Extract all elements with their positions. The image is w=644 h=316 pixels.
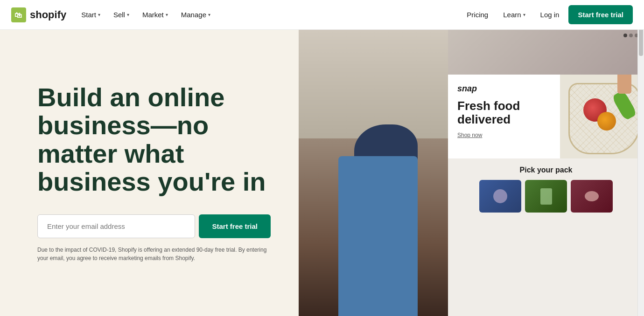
nav-left: 🛍 shopify Start ▾ Sell ▾ Market ▾ Manage… bbox=[11, 7, 216, 22]
nav-start[interactable]: Start ▾ bbox=[76, 7, 106, 22]
pack-dot-2 bbox=[540, 188, 552, 205]
pack-grid bbox=[455, 180, 637, 213]
pack-dot-3 bbox=[585, 191, 599, 201]
hero-disclaimer: Due to the impact of COVID-19, Shopify i… bbox=[37, 246, 271, 262]
apron bbox=[338, 156, 418, 316]
veggie-orange bbox=[597, 112, 616, 131]
dot-2[interactable] bbox=[629, 34, 633, 37]
nav-pricing[interactable]: Pricing bbox=[461, 7, 494, 22]
main-content: Build an online business—no matter what … bbox=[0, 30, 644, 316]
pack-dot-1 bbox=[493, 189, 507, 203]
learn-chevron-icon: ▾ bbox=[523, 12, 525, 17]
nav-market[interactable]: Market ▾ bbox=[137, 7, 174, 22]
nav-start-trial-button[interactable]: Start free trial bbox=[568, 5, 633, 24]
pack-title: Pick your pack bbox=[455, 166, 637, 174]
logo-text: shopify bbox=[30, 9, 66, 21]
email-input[interactable] bbox=[37, 214, 195, 238]
nav-login[interactable]: Log in bbox=[535, 7, 565, 22]
snap-text-area: snap Fresh food delivered Shop now bbox=[448, 75, 560, 158]
hero-section: Build an online business—no matter what … bbox=[0, 30, 299, 316]
logo-link[interactable]: 🛍 shopify bbox=[11, 7, 66, 22]
hero-title: Build an online business—no matter what … bbox=[37, 83, 271, 196]
scrollbar[interactable] bbox=[637, 0, 644, 316]
ecom-overlay: snap Fresh food delivered Shop now bbox=[448, 30, 644, 316]
photo-inner bbox=[299, 30, 457, 316]
shopify-logo-icon: 🛍 bbox=[11, 7, 26, 22]
pack-item-1-inner bbox=[479, 180, 521, 213]
snap-shop-link[interactable]: Shop now bbox=[457, 132, 482, 138]
nav-learn[interactable]: Learn ▾ bbox=[497, 7, 531, 22]
ecom-top-section: snap Fresh food delivered Shop now bbox=[448, 30, 644, 158]
manage-chevron-icon: ▾ bbox=[208, 12, 210, 17]
market-chevron-icon: ▾ bbox=[166, 12, 168, 17]
net-bag bbox=[568, 83, 640, 154]
snap-image-area bbox=[560, 75, 644, 158]
svg-text:🛍: 🛍 bbox=[14, 11, 22, 19]
snap-headline: Fresh food delivered bbox=[457, 99, 551, 126]
sell-chevron-icon: ▾ bbox=[127, 12, 129, 17]
snap-banner: snap Fresh food delivered Shop now bbox=[448, 75, 644, 158]
navigation: 🛍 shopify Start ▾ Sell ▾ Market ▾ Manage… bbox=[0, 0, 644, 30]
hero-photo bbox=[299, 30, 457, 316]
dots-navigation bbox=[623, 34, 638, 37]
pack-item-3-inner bbox=[571, 180, 613, 213]
hero-right: snap Fresh food delivered Shop now bbox=[299, 30, 644, 316]
start-chevron-icon: ▾ bbox=[98, 12, 100, 17]
dot-1[interactable] bbox=[623, 34, 627, 37]
hand-icon bbox=[617, 75, 631, 94]
nav-sell[interactable]: Sell ▾ bbox=[108, 7, 135, 22]
ecom-bottom-section: Pick your pack bbox=[448, 158, 644, 316]
pack-item-1[interactable] bbox=[479, 180, 521, 213]
pack-item-2-inner bbox=[525, 180, 567, 213]
hero-start-trial-button[interactable]: Start free trial bbox=[199, 214, 271, 238]
nav-manage[interactable]: Manage ▾ bbox=[175, 7, 216, 22]
veggie-green bbox=[611, 90, 637, 121]
pack-item-2[interactable] bbox=[525, 180, 567, 213]
pack-item-3[interactable] bbox=[571, 180, 613, 213]
email-cta-row: Start free trial bbox=[37, 214, 271, 238]
person-area bbox=[299, 138, 457, 316]
snap-logo: snap bbox=[457, 84, 551, 94]
nav-menu: Start ▾ Sell ▾ Market ▾ Manage ▾ bbox=[76, 7, 216, 22]
nav-right: Pricing Learn ▾ Log in Start free trial bbox=[461, 5, 633, 24]
